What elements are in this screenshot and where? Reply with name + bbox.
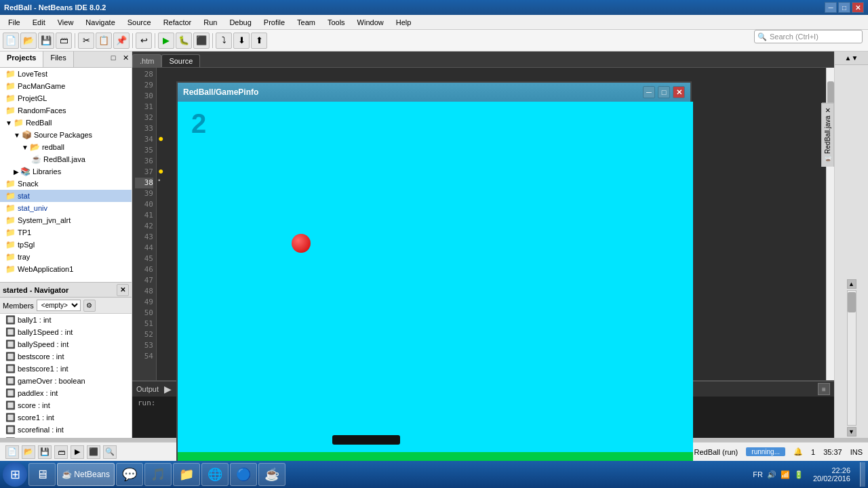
tree-item-pacman[interactable]: 📁 PacManGame <box>0 80 132 92</box>
cut-button[interactable]: ✂ <box>78 33 94 49</box>
start-button[interactable]: ⊞ <box>3 462 27 487</box>
panel-maximize-button[interactable]: □ <box>107 52 119 64</box>
menu-profile[interactable]: Profile <box>258 17 290 28</box>
stop-button[interactable]: ⬛ <box>193 33 210 49</box>
copy-button[interactable]: 📋 <box>96 33 112 49</box>
open-button[interactable]: 📂 <box>20 33 37 49</box>
taskbar-btn-netbeans[interactable]: ☕ NetBeans <box>57 463 115 486</box>
navigator-tree[interactable]: 🔲 bally1 : int 🔲 bally1Speed : int 🔲 bal… <box>0 314 132 438</box>
game-close-button[interactable]: ✕ <box>673 86 685 98</box>
tree-item-stat[interactable]: 📁 stat <box>0 190 132 202</box>
tab-projects[interactable]: Projects <box>0 52 43 67</box>
save-all-button[interactable]: 🗃 <box>56 33 72 49</box>
output-scroll-button[interactable]: ≡ <box>818 383 830 395</box>
status-btn2[interactable]: 📂 <box>22 445 35 459</box>
tree-item-system[interactable]: 📁 System_jvn_alrt <box>0 214 132 226</box>
nav-item-paddlex[interactable]: 🔲 paddlex : int <box>0 387 132 399</box>
navigator-options-button[interactable]: ⚙ <box>83 300 96 312</box>
panel-close-button[interactable]: ✕ <box>119 52 132 64</box>
nav-item-gameover[interactable]: 🔲 gameOver : boolean <box>0 375 132 387</box>
nav-item-score1[interactable]: 🔲 score1 : int <box>0 411 132 424</box>
folder-icon: 📁 <box>5 240 16 249</box>
taskbar-btn-vlc[interactable]: 🎵 <box>144 463 172 486</box>
tree-item-tp1[interactable]: 📁 TP1 <box>0 226 132 239</box>
menu-file[interactable]: File <box>3 17 26 28</box>
undo-button[interactable]: ↩ <box>136 33 152 49</box>
close-button[interactable]: ✕ <box>852 2 864 13</box>
taskbar-btn-win[interactable]: 🖥 <box>28 463 56 486</box>
tree-item-redball-pkg[interactable]: ▼ 📂 redball <box>0 141 132 153</box>
nav-item-bestscore1[interactable]: 🔲 bestscore1 : int <box>0 363 132 375</box>
taskbar-btn-firefox[interactable]: 🌐 <box>201 463 229 486</box>
projects-tree[interactable]: 📁 LoveTest 📁 PacManGame 📁 ProjetGL 📁 Ran… <box>0 68 132 282</box>
status-btn3[interactable]: 💾 <box>38 445 52 459</box>
tab-source[interactable]: Source <box>161 54 200 67</box>
show-desktop-button[interactable] <box>860 462 865 487</box>
members-dropdown[interactable]: <empty> <box>37 300 81 311</box>
minimize-button[interactable]: ─ <box>825 2 837 13</box>
status-btn7[interactable]: 🔍 <box>103 445 117 459</box>
tree-item-projetgl[interactable]: 📁 ProjetGL <box>0 92 132 104</box>
search-box[interactable]: 🔍 Search (Ctrl+I) <box>754 30 863 43</box>
status-btn5[interactable]: ▶ <box>71 445 84 459</box>
menu-navigate[interactable]: Navigate <box>80 17 120 28</box>
paste-button[interactable]: 📌 <box>113 33 130 49</box>
tree-item-stat-univ[interactable]: 📁 stat_univ <box>0 202 132 214</box>
menu-view[interactable]: View <box>52 17 79 28</box>
nav-item-ballyspeed[interactable]: 🔲 ballySpeed : int <box>0 338 132 350</box>
taskbar-btn-java[interactable]: ☕ <box>258 463 285 486</box>
right-scrollbar[interactable] <box>847 290 856 426</box>
menu-refactor[interactable]: Refactor <box>158 17 197 28</box>
scroll-up-button[interactable]: ▲ <box>847 279 856 289</box>
debug-button[interactable]: 🐛 <box>176 33 192 49</box>
tree-item-lovetest[interactable]: 📁 LoveTest <box>0 68 132 80</box>
nav-item-started[interactable]: 🔲 started : boolean <box>0 436 132 438</box>
tab-files[interactable]: Files <box>43 52 73 67</box>
tree-item-tpsgl[interactable]: 📁 tpSgl <box>0 239 132 251</box>
run-button[interactable]: ▶ <box>158 33 174 49</box>
taskbar-btn-chrome[interactable]: 🔵 <box>230 463 257 486</box>
folder-icon: 📁 <box>5 203 16 213</box>
right-panel-tab1[interactable]: ▲▼ <box>835 52 868 65</box>
menu-debug[interactable]: Debug <box>224 17 256 28</box>
tree-item-tray[interactable]: 📁 tray <box>0 251 132 263</box>
step-over-button[interactable]: ⤵ <box>216 33 232 49</box>
tab-htm[interactable]: .htm <box>132 54 161 67</box>
step-out-button[interactable]: ⬆ <box>251 33 267 49</box>
nav-item-score[interactable]: 🔲 score : int <box>0 399 132 411</box>
save-button[interactable]: 💾 <box>38 33 54 49</box>
menu-run[interactable]: Run <box>198 17 222 28</box>
right-scroll-thumb[interactable] <box>848 292 856 312</box>
taskbar-btn-folder[interactable]: 📁 <box>173 463 200 486</box>
new-button[interactable]: 📄 <box>3 33 19 49</box>
scroll-down-button[interactable]: ▼ <box>847 427 856 436</box>
tree-item-webapp[interactable]: 📁 WebApplication1 <box>0 263 132 275</box>
menu-source[interactable]: Source <box>122 17 157 28</box>
navigator-pin-button[interactable]: ✕ <box>117 284 129 296</box>
taskbar-btn-skype[interactable]: 💬 <box>116 463 143 486</box>
nav-item-bestscore[interactable]: 🔲 bestscore : int <box>0 350 132 363</box>
menu-tools[interactable]: Tools <box>322 17 351 28</box>
tree-item-libraries[interactable]: ▶ 📚 Libraries <box>0 165 132 178</box>
output-play-button[interactable]: ▶ <box>164 384 172 394</box>
nav-item-bally1speed[interactable]: 🔲 bally1Speed : int <box>0 326 132 338</box>
tree-item-snack[interactable]: 📁 Snack <box>0 178 132 190</box>
tree-item-redball[interactable]: ▼ 📁 RedBall <box>0 117 132 129</box>
tree-item-source-packages[interactable]: ▼ 📦 Source Packages <box>0 129 132 141</box>
game-resize-button[interactable]: □ <box>658 86 670 98</box>
status-btn6[interactable]: ⬛ <box>87 445 100 459</box>
tree-item-redballjava[interactable]: ☕ RedBall.java <box>0 153 132 165</box>
tree-item-randomfaces[interactable]: 📁 RandomFaces <box>0 104 132 117</box>
menu-window[interactable]: Window <box>352 17 389 28</box>
step-into-button[interactable]: ⬇ <box>233 33 250 49</box>
maximize-button[interactable]: □ <box>838 2 850 13</box>
menu-team[interactable]: Team <box>292 17 321 28</box>
status-btn4[interactable]: 🗃 <box>54 445 68 459</box>
menu-help[interactable]: Help <box>391 17 417 28</box>
nav-item-scorefinal[interactable]: 🔲 scorefinal : int <box>0 424 132 436</box>
game-minimize-button[interactable]: ─ <box>643 86 655 98</box>
menu-edit[interactable]: Edit <box>27 17 51 28</box>
nav-item-bally1[interactable]: 🔲 bally1 : int <box>0 314 132 326</box>
status-btn1[interactable]: 📄 <box>5 445 19 459</box>
tab-redball-java[interactable]: ☕ RedBall.java ✕ <box>822 103 833 167</box>
